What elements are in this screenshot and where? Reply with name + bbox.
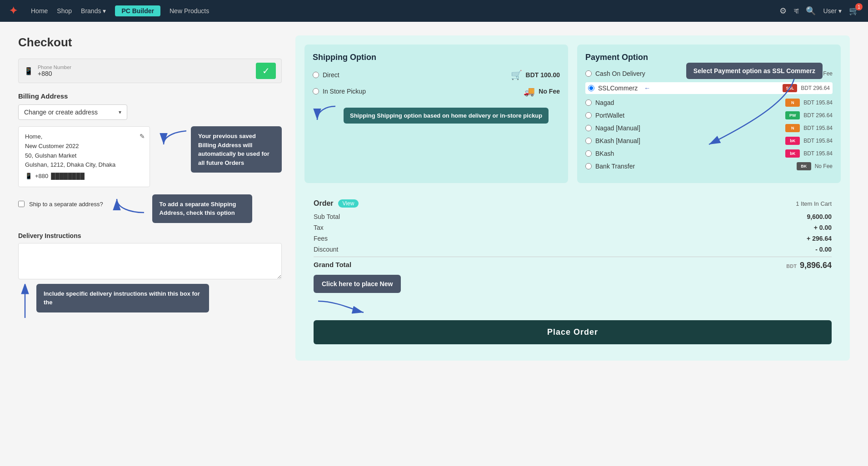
shipping-box: Shipping Option Direct 🛒 BDT 100.00: [304, 45, 568, 183]
address-street: 50, Gulshan Market: [25, 151, 143, 161]
phone-check-button[interactable]: ✓: [256, 63, 276, 79]
shipping-tooltip: Shipping Shipping option based on home d…: [344, 108, 549, 124]
bank-logo: BK: [797, 162, 811, 170]
bkash-manual-logo: bK: [785, 137, 800, 145]
ssl-logo: SSL: [783, 84, 797, 92]
payment-price-portwallet: BDT 296.64: [803, 112, 833, 119]
main-container: Checkout 📱 Phone Number +880 ✓ Billing A…: [0, 22, 868, 374]
grand-total-row: Grand Total BDT 9,896.64: [314, 257, 832, 270]
nav-home[interactable]: Home: [31, 7, 48, 15]
payment-name-bank: Bank Transfer: [595, 163, 635, 170]
payment-price-bkash-manual: BDT 195.84: [803, 138, 833, 144]
discount-label: Discount: [314, 246, 338, 253]
payment-name-ssl: SSLCommerz: [598, 84, 638, 92]
logo: ✦: [9, 5, 17, 17]
payment-title: Payment Option: [585, 53, 833, 62]
grand-total-label: Grand Total: [314, 261, 351, 270]
payment-price-ssl: BDT 296.64: [801, 85, 830, 91]
truck-icon: 🚚: [524, 86, 535, 97]
user-label: User: [823, 7, 837, 15]
checkout-right: Shipping Option Direct 🛒 BDT 100.00: [295, 35, 850, 361]
cart-badge: 1: [855, 3, 863, 10]
subtotal-value: 9,600.00: [807, 213, 832, 220]
nav-right: ⚙ বা 🔍 User ▾ 🛒 1: [779, 6, 859, 16]
nagad-logo: N: [785, 99, 800, 107]
chevron-down-icon: ▾: [103, 7, 106, 15]
payment-radio-cod[interactable]: [585, 70, 592, 77]
payment-option-bkash: BKash bK BDT 195.84: [585, 149, 833, 158]
payment-name-bkash: BKash: [595, 150, 614, 157]
portwallet-logo: PW: [785, 111, 800, 119]
nagad-manual-logo: N: [785, 124, 800, 132]
shipping-option-instore: In Store Pickup 🚚 No Fee: [313, 86, 560, 97]
payment-radio-ssl[interactable]: [588, 85, 594, 91]
ship-tooltip: To add a separate Shipping Address, chec…: [152, 194, 252, 223]
payment-radio-nagad-manual[interactable]: [585, 125, 592, 131]
settings-icon[interactable]: ⚙: [779, 6, 787, 16]
order-view-link[interactable]: View: [338, 199, 359, 208]
payment-radio-bkash[interactable]: [585, 150, 592, 157]
payment-radio-bkash-manual[interactable]: [585, 138, 592, 144]
payment-radio-bank[interactable]: [585, 163, 592, 169]
payment-price-nagad-manual: BDT 195.84: [803, 125, 833, 131]
user-menu[interactable]: User ▾: [823, 7, 842, 15]
subtotal-label: Sub Total: [314, 213, 340, 220]
billing-arrow-svg: [159, 126, 186, 154]
order-title: Order: [314, 199, 334, 208]
nav-new-products[interactable]: New Products: [170, 7, 209, 15]
payment-radio-portwallet[interactable]: [585, 112, 592, 119]
ship-separate-label: Ship to a separate address?: [29, 201, 103, 208]
cart-icon[interactable]: 🛒 1: [849, 6, 859, 16]
search-icon[interactable]: 🔍: [806, 6, 816, 16]
order-discount-row: Discount - 0.00: [314, 246, 832, 253]
address-city: Gulshan, 1212, Dhaka City, Dhaka: [25, 160, 143, 170]
address-phone-number: ████████: [51, 172, 85, 181]
phone-small-icon: 📱: [25, 172, 32, 181]
ship-separate-area: Ship to a separate address? To add a sep…: [18, 194, 282, 223]
shipping-name-instore: In Store Pickup: [323, 88, 366, 95]
phone-prefix: +880: [38, 70, 52, 77]
payment-name-portwallet: PortWallet: [595, 112, 624, 119]
tax-label: Tax: [314, 224, 324, 231]
nav-shop[interactable]: Shop: [57, 7, 72, 15]
grand-total-prefix: BDT: [786, 263, 797, 269]
payment-price-nagad: BDT 195.84: [803, 99, 833, 106]
payment-radio-nagad[interactable]: [585, 99, 592, 106]
payment-option-bkash-manual: BKash [Manual] bK BDT 195.84: [585, 137, 833, 145]
language-icon[interactable]: বা: [794, 6, 798, 16]
shipping-option-direct: Direct 🛒 BDT 100.00: [313, 69, 560, 80]
address-dropdown-label: Change or create address: [24, 109, 98, 116]
edit-icon[interactable]: ✎: [140, 131, 145, 141]
order-tax-row: Tax + 0.00: [314, 224, 832, 231]
bkash-logo: bK: [785, 149, 800, 158]
payment-option-nagad: Nagad N BDT 195.84: [585, 99, 833, 107]
nav-pcbuilder[interactable]: PC Builder: [115, 5, 160, 16]
address-phone-prefix: +880: [35, 172, 48, 181]
address-dropdown[interactable]: Change or create address ▾: [18, 104, 127, 120]
shipping-title: Shipping Option: [313, 53, 560, 62]
delivery-textarea[interactable]: [18, 243, 282, 279]
place-order-tooltip: Click here to place New: [314, 275, 401, 293]
shipping-radio-direct[interactable]: [313, 72, 319, 78]
ship-arrow-svg: [112, 194, 149, 217]
ship-separate-checkbox[interactable]: [18, 201, 25, 207]
fees-label: Fees: [314, 235, 328, 242]
order-subtotal-row: Sub Total 9,600.00: [314, 213, 832, 220]
grand-total-amount: 9,896.64: [800, 261, 832, 270]
shipping-name-direct: Direct: [323, 71, 339, 79]
fees-value: + 296.64: [807, 235, 832, 242]
payment-name-nagad-manual: Nagad [Manual]: [595, 124, 640, 132]
payment-price-bank: No Fee: [815, 163, 833, 169]
nav-brands[interactable]: Brands ▾: [81, 7, 106, 15]
shipping-radio-instore[interactable]: [313, 88, 319, 94]
place-order-button[interactable]: Place Order: [314, 320, 832, 344]
place-order-arrow-svg: [314, 297, 368, 315]
billing-section-label: Billing Address: [18, 92, 282, 100]
phone-input[interactable]: [54, 70, 109, 77]
place-order-tooltip-area: Click here to place New: [314, 275, 401, 315]
payment-name-cod: Cash On Delivery: [595, 70, 645, 77]
page-title: Checkout: [18, 35, 282, 50]
payment-price-bkash: BDT 195.84: [803, 150, 833, 157]
ship-tooltip-area: To add a separate Shipping Address, chec…: [112, 194, 252, 223]
phone-box: 📱 Phone Number +880 ✓: [18, 59, 282, 83]
